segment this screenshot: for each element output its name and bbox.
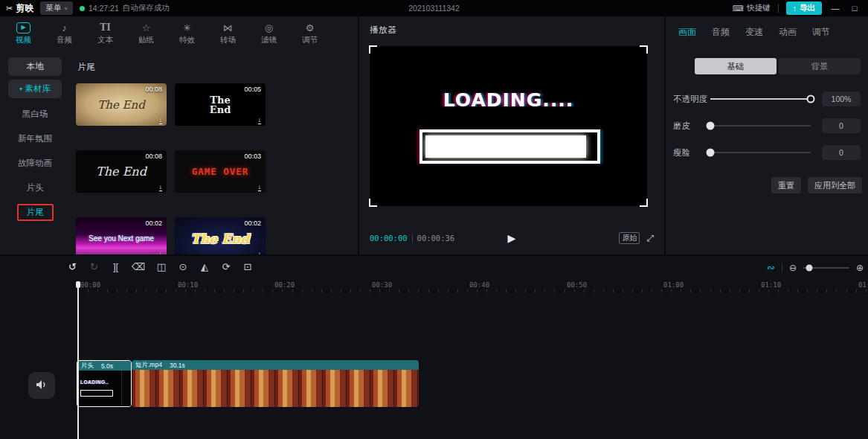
fullscreen-icon[interactable]: ⤢ [646,233,654,243]
template-item[interactable]: The End 00:08 ↓ [76,83,167,126]
zoom-out-icon[interactable]: ⊖ [789,263,797,273]
smooth-skin-slider[interactable] [710,125,811,126]
speaker-icon [36,379,48,392]
clip-short-video[interactable]: 短片.mp4 30.1s [132,360,419,407]
menu-button[interactable]: 菜单 ˅ [40,1,73,15]
tab-text[interactable]: TI 文本 [85,20,126,48]
download-icon[interactable]: ↓ [159,250,163,254]
inspector-actions: 重置 应用到全部 [771,177,862,193]
sidebar-item-blackwhite[interactable]: 黑白场 [0,102,70,126]
download-icon[interactable]: ↓ [159,116,163,124]
undo-icon[interactable]: ↺ [67,261,78,272]
slider-knob[interactable] [707,122,715,130]
clip-header: 片头 5.0s [77,361,131,371]
tab-video[interactable]: ▶ 视频 [3,20,44,48]
clip-intro[interactable]: 片头 5.0s LOADING.. [77,360,132,407]
template-item[interactable]: The End 00:08 ↓ [76,150,167,193]
player-controls: 00:00:00 00:00:36 ▶ 原始 ⤢ [370,232,654,246]
template-item[interactable]: GAME OVER 00:03 ↓ [175,150,266,193]
sidebar-item-ending[interactable]: 片尾 [0,200,70,225]
app-window: ✂ 剪映 菜单 ˅ 14:27:21 自动保存成功 202103111342 ⌨… [0,0,868,439]
redo-icon[interactable]: ↻ [89,261,100,272]
track-mute-button[interactable] [28,372,55,399]
tab-audio[interactable]: ♪ 音频 [44,20,85,48]
template-item[interactable]: The End 00:02 ↓ [175,217,266,254]
opacity-row: 不透明度 100% [666,92,868,106]
template-grid: The End 00:08 ↓ The End 00:05 ↓ The End … [76,83,358,254]
shortcut-button[interactable]: ⌨ 快捷键 [733,3,771,13]
subtab-basic[interactable]: 基础 [695,58,777,74]
slider-fill [710,98,811,100]
clip-duration: 30.1s [170,362,185,369]
slim-face-slider[interactable] [710,152,811,153]
slider-knob[interactable] [707,149,715,157]
tab-filter[interactable]: ◎ 滤镜 [248,20,289,48]
delete-icon[interactable]: ⌫ [132,261,145,272]
maximize-button[interactable]: □ [849,4,861,13]
sidebar-item-intro[interactable]: 片头 [0,176,70,200]
zoom-in-icon[interactable]: ⊕ [856,263,864,273]
mirror-icon[interactable]: ◭ [199,261,210,272]
reset-button[interactable]: 重置 [771,177,801,193]
slider-label: 磨皮 [673,121,690,132]
text-icon: TI [100,22,111,33]
playhead[interactable] [77,281,79,439]
tab-adjustment[interactable]: 调节 [812,26,830,39]
ruler-label: 00:30 [372,281,392,289]
snap-icon[interactable]: ∾ [767,262,775,273]
play-button[interactable]: ▶ [508,232,516,244]
template-item[interactable]: See you Next game 00:02 ↓ [76,217,167,254]
sidebar-item-glitch-anim[interactable]: 故障动画 [0,151,70,176]
tab-adjust[interactable]: ⚙ 调节 [289,20,330,48]
freeze-frame-icon[interactable]: ◫ [155,261,167,272]
download-icon[interactable]: ↓ [258,116,262,124]
sidebar-item-local[interactable]: 本地 [8,57,62,76]
minimize-button[interactable]: — [829,4,841,13]
slim-face-row: 瘦脸 0 [666,145,868,160]
library-content: 片尾 The End 00:08 ↓ The End 00:05 ↓ The E… [70,54,358,254]
ruler-label: 00:20 [274,281,295,289]
tab-effects[interactable]: ✳ 特效 [167,20,208,48]
selection-handle [640,199,648,207]
crop-icon[interactable]: ⊡ [242,261,253,272]
inspector-subtabs: 基础 背景 [695,58,861,74]
ruler-label: 01:10 [761,281,781,289]
zoom-slider-knob[interactable] [806,264,812,271]
reverse-icon[interactable]: ⊙ [177,261,188,272]
tab-speed[interactable]: 变速 [745,26,763,39]
download-icon[interactable]: ↓ [258,250,262,254]
tab-picture[interactable]: 画面 [678,26,696,39]
smooth-skin-row: 磨皮 0 [666,118,868,133]
preview-loading-fill [425,135,586,158]
tab-transition[interactable]: ⋈ 转场 [208,20,248,48]
app-name: 剪映 [16,2,33,15]
tab-sticker[interactable]: ☆ 贴纸 [126,20,167,48]
status-dot-icon [80,6,85,11]
download-icon[interactable]: ↓ [159,183,163,191]
rotate-icon[interactable]: ⟳ [220,261,231,272]
clip-thumbnails: LOADING.. [77,371,131,406]
export-button[interactable]: ↑ 导出 [786,1,822,15]
video-preview[interactable]: LOADING.... [370,46,647,206]
tab-audio-settings[interactable]: 音频 [712,26,730,39]
subtab-background[interactable]: 背景 [779,58,861,74]
duration-badge: 00:08 [145,153,162,160]
chevron-down-icon: ˅ [64,5,68,12]
tab-animation[interactable]: 动画 [779,26,797,39]
app-logo: ✂ 剪映 [6,2,33,15]
sidebar-item-material-library[interactable]: ▾ 素材库 [8,80,62,98]
sidebar-item-newyear[interactable]: 新年氛围 [0,126,70,151]
download-icon[interactable]: ↓ [258,183,262,191]
split-icon[interactable]: ][ [110,261,121,272]
original-ratio-button[interactable]: 原始 [619,232,640,244]
timeline-zoom-slider[interactable] [803,267,849,269]
library-sidebar: 本地 ▾ 素材库 黑白场 新年氛围 故障动画 片头 片尾 [0,54,70,225]
filter-icon: ◎ [265,22,273,33]
slider-label: 不透明度 [673,94,707,105]
timeline-ruler[interactable]: 00:00 00:10 00:20 00:30 00:40 00:50 01:0… [78,281,868,292]
opacity-slider[interactable] [710,98,811,100]
apply-all-button[interactable]: 应用到全部 [808,177,862,193]
clip-thumb-text: LOADING.. [80,379,109,385]
template-item[interactable]: The End 00:05 ↓ [175,83,266,126]
slider-knob[interactable] [807,95,815,103]
